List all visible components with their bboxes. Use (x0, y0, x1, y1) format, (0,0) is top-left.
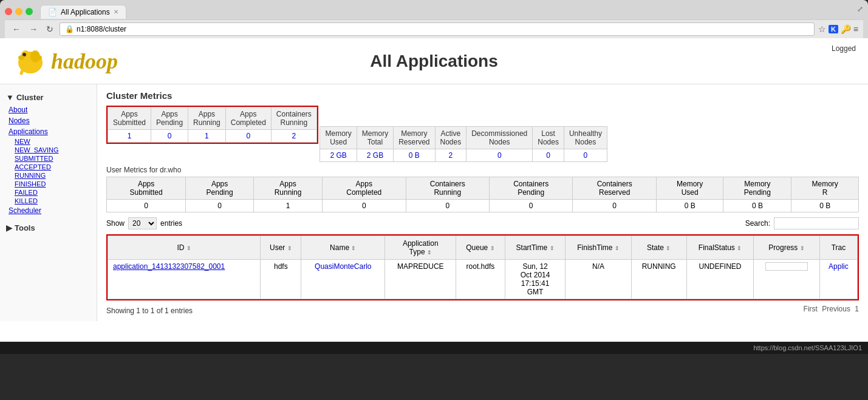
sidebar-sub-killed[interactable]: KILLED (0, 197, 97, 205)
k-extension-icon[interactable]: K (829, 25, 838, 33)
refresh-button[interactable]: ↻ (44, 23, 56, 35)
hadoop-brand-text: hadoop (51, 49, 118, 74)
address-bar-row: ← → ↻ 🔒 n1:8088/cluster ☆ K 🔑 ≡ (5, 19, 863, 38)
new-tab-button[interactable] (131, 4, 155, 19)
col-start-time: StartTime ⇕ (505, 236, 566, 260)
sidebar-sub-finished[interactable]: FINISHED (0, 180, 97, 188)
um-col-apps-completed: AppsCompleted (323, 177, 406, 200)
sidebar-item-about[interactable]: About (0, 104, 97, 115)
bookmark-star-button[interactable]: ☆ (818, 24, 826, 34)
search-right: Search: (745, 217, 859, 229)
val-unhealthy-nodes: 0 (564, 149, 607, 162)
show-entries-left: Show 20 50 100 entries (106, 217, 182, 229)
show-entries-select[interactable]: 20 50 100 (128, 217, 157, 229)
menu-button[interactable]: ≡ (853, 24, 858, 34)
col-memory-total: MemoryTotal (357, 127, 393, 149)
back-button[interactable]: ← (10, 23, 23, 35)
col-lost-nodes: LostNodes (533, 127, 564, 149)
cluster-metrics-highlighted: AppsSubmitted AppsPending AppsRunning Ap… (106, 106, 318, 144)
um-val-memory-r: 0 B (791, 200, 859, 212)
um-val-containers-pending: 0 (489, 200, 572, 212)
logged-status: Logged (832, 44, 856, 53)
browser-tab[interactable]: 📄 All Applications ✕ (40, 5, 126, 19)
cell-app-id[interactable]: application_1413132307582_0001 (108, 260, 261, 299)
page-header: hadoop All Applications Logged (0, 38, 868, 84)
cell-start-time: Sun, 12Oct 201417:15:41GMT (505, 260, 566, 299)
main-layout: ▼ Cluster About Nodes Applications NEW N… (0, 84, 868, 321)
sidebar-cluster-header[interactable]: ▼ Cluster (0, 90, 97, 104)
pagination-previous[interactable]: Previous (822, 305, 850, 313)
svg-point-4 (18, 55, 24, 60)
forward-button[interactable]: → (27, 23, 40, 35)
sidebar-tools-section: ▶ Tools (0, 221, 97, 235)
um-col-memory-r: MemoryR (791, 177, 859, 200)
um-col-memory-pending: MemoryPending (723, 177, 791, 200)
progress-input[interactable] (765, 262, 808, 271)
table-footer: Showing 1 to 1 of 1 entries First Previo… (106, 303, 859, 315)
col-final-status: FinalStatus ⇕ (686, 236, 753, 260)
window-resize-icon: ⤢ (857, 5, 863, 13)
footer-url[interactable]: https://blog.csdn.net/SSAA123LJIO1 (753, 344, 862, 351)
um-val-apps-completed: 0 (323, 200, 406, 212)
show-label: Show (106, 219, 125, 228)
search-input[interactable] (774, 217, 859, 229)
um-col-apps-pending: AppsPending (186, 177, 254, 200)
um-col-containers-reserved: ContainersReserved (573, 177, 656, 200)
sidebar-item-applications[interactable]: Applications (0, 126, 97, 137)
cluster-metrics-row-rest: 2 GB 2 GB 0 B 2 0 0 0 (320, 149, 607, 162)
um-col-containers-pending: ContainersPending (489, 177, 572, 200)
sidebar-sub-running[interactable]: RUNNING (0, 171, 97, 180)
col-apps-submitted: AppsSubmitted (108, 107, 151, 130)
col-tracking: Trac (819, 236, 857, 260)
footer-bar: https://blog.csdn.net/SSAA123LJIO1 (0, 342, 868, 354)
sidebar-sub-accepted[interactable]: ACCEPTED (0, 163, 97, 171)
um-val-apps-submitted: 0 (107, 200, 186, 212)
page-wrapper: hadoop All Applications Logged ▼ Cluster… (0, 38, 868, 342)
tracking-link[interactable]: Applic (829, 262, 849, 271)
tab-icon: 📄 (48, 8, 57, 16)
sidebar-sub-submitted[interactable]: SUBMITTED (0, 154, 97, 163)
sidebar-cluster-section: ▼ Cluster About Nodes Applications NEW N… (0, 90, 97, 216)
sidebar-sub-new[interactable]: NEW (0, 137, 97, 146)
um-col-memory-used: MemoryUsed (656, 177, 723, 200)
applications-table-wrapper: ID ⇕ User ⇕ Name ⇕ ApplicationType ⇕ Que… (106, 234, 859, 300)
user-metrics-row: 0 0 1 0 0 0 0 0 B 0 B 0 B (107, 200, 859, 212)
cell-tracking: Applic (819, 260, 857, 299)
val-apps-submitted: 1 (108, 130, 151, 143)
pagination-first[interactable]: First (804, 305, 818, 313)
sidebar-tools-header[interactable]: ▶ Tools (0, 221, 97, 235)
val-active-nodes: 2 (435, 149, 466, 162)
val-memory-total: 2 GB (357, 149, 393, 162)
col-app-type: ApplicationType ⇕ (385, 236, 456, 260)
tab-close-button[interactable]: ✕ (114, 8, 118, 15)
window-controls (5, 8, 33, 15)
sidebar-item-nodes[interactable]: Nodes (0, 115, 97, 126)
val-apps-completed: 0 (225, 130, 271, 143)
entries-label: entries (160, 219, 182, 228)
sidebar-sub-new-saving[interactable]: NEW_SAVING (0, 146, 97, 154)
address-field[interactable]: 🔒 n1:8088/cluster (60, 22, 815, 36)
col-id: ID ⇕ (108, 236, 261, 260)
hadoop-elephant-icon (12, 44, 49, 78)
app-id-link[interactable]: application_1413132307582_0001 (113, 262, 225, 271)
col-unhealthy-nodes: UnhealthyNodes (564, 127, 607, 149)
key-icon[interactable]: 🔑 (841, 24, 851, 34)
cluster-metrics-table-highlighted: AppsSubmitted AppsPending AppsRunning Ap… (108, 107, 317, 143)
val-lost-nodes: 0 (533, 149, 564, 162)
hadoop-logo: hadoop (12, 44, 118, 78)
tools-arrow-icon: ▶ (6, 223, 12, 232)
sidebar-item-scheduler[interactable]: Scheduler (0, 205, 97, 216)
um-col-containers-running: ContainersRunning (406, 177, 489, 200)
content-area: Cluster Metrics AppsSubmitted AppsPendin… (97, 84, 868, 321)
minimize-button[interactable] (15, 8, 22, 15)
cell-user: hdfs (261, 260, 301, 299)
sidebar-sub-failed[interactable]: FAILED (0, 188, 97, 197)
val-decommissioned-nodes: 0 (466, 149, 533, 162)
pagination: First Previous 1 (804, 305, 859, 313)
user-metrics-label: User Metrics for dr.who (106, 166, 859, 174)
val-memory-used: 2 GB (320, 149, 357, 162)
col-apps-running: AppsRunning (188, 107, 226, 130)
close-button[interactable] (5, 8, 12, 15)
maximize-button[interactable] (26, 8, 33, 15)
col-apps-completed: AppsCompleted (225, 107, 271, 130)
